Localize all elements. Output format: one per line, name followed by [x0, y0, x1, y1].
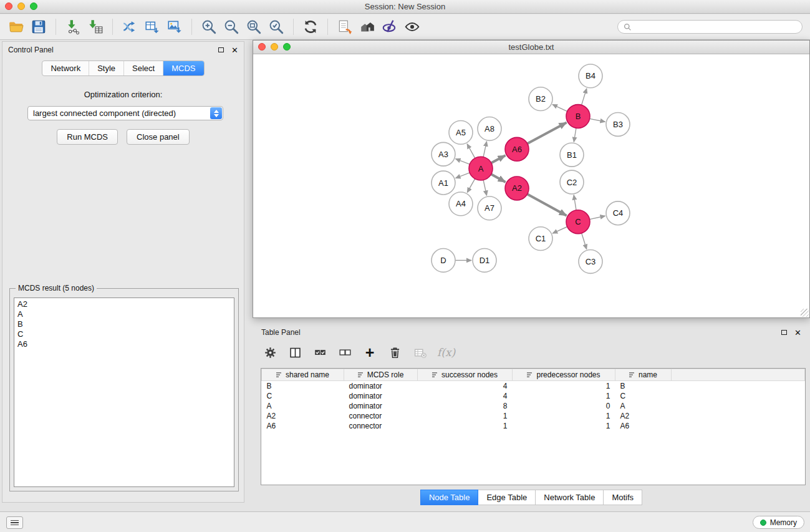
graph-node-B2[interactable]: B2 [529, 87, 552, 111]
table-row[interactable]: Cdominator41C [262, 391, 805, 401]
column-header-predecessor-nodes[interactable]: predecessor nodes [513, 369, 615, 381]
style-eye-button[interactable] [378, 16, 401, 37]
graph-node-A1[interactable]: A1 [432, 171, 455, 195]
graph-node-A2[interactable]: A2 [505, 177, 529, 200]
table-cell[interactable]: connector [344, 421, 418, 431]
tab-mcds[interactable]: MCDS [163, 61, 203, 75]
graph-node-D[interactable]: D [432, 249, 455, 273]
graph-node-B[interactable]: B [566, 105, 590, 128]
dropdown-stepper-icon[interactable] [210, 107, 222, 119]
graph-edge-B-B3[interactable] [590, 118, 605, 122]
graph-edge-A-A4[interactable] [467, 179, 475, 193]
search-box[interactable] [617, 20, 803, 34]
table-cell[interactable]: C [615, 391, 672, 401]
mcds-result-item[interactable]: A6 [17, 339, 231, 349]
table-row[interactable]: Adominator80A [262, 401, 805, 411]
minimize-window-button[interactable] [17, 2, 25, 10]
table-cell[interactable]: dominator [344, 391, 418, 401]
zoom-fit-button[interactable] [243, 16, 265, 37]
column-header-mcds-role[interactable]: MCDS role [344, 369, 418, 381]
criterion-dropdown[interactable]: largest connected component (directed) [27, 106, 223, 120]
open-session-button[interactable] [5, 16, 27, 37]
tab-style[interactable]: Style [89, 61, 124, 75]
show-column-button[interactable] [287, 345, 302, 360]
deselect-all-columns-button[interactable] [337, 345, 352, 360]
table-cell[interactable]: B [262, 381, 344, 391]
table-cell[interactable]: 8 [418, 401, 513, 411]
refresh-button[interactable] [299, 16, 322, 37]
graph-edge-A-A5[interactable] [467, 144, 475, 158]
search-input[interactable] [635, 22, 796, 31]
graph-node-A6[interactable]: A6 [505, 137, 529, 161]
import-table-button[interactable] [84, 16, 107, 37]
graph-node-A4[interactable]: A4 [449, 192, 473, 216]
column-header-successor-nodes[interactable]: successor nodes [418, 369, 513, 381]
network-close-button[interactable] [258, 43, 266, 51]
zoom-out-button[interactable] [220, 16, 243, 37]
mcds-result-item[interactable]: A2 [17, 299, 231, 309]
graph-edge-C-C2[interactable] [574, 195, 576, 210]
select-all-columns-button[interactable] [312, 345, 327, 360]
panel-menu-button[interactable] [6, 516, 23, 529]
graph-node-B3[interactable]: B3 [606, 113, 630, 137]
graph-node-A5[interactable]: A5 [449, 120, 473, 144]
graph-node-C4[interactable]: C4 [606, 201, 630, 225]
graph-node-C3[interactable]: C3 [579, 250, 602, 274]
table-cell[interactable]: 1 [418, 411, 513, 421]
close-panel-icon[interactable]: ✕ [231, 46, 238, 54]
function-builder-button[interactable]: f(x) [437, 346, 455, 359]
export-table-button[interactable] [141, 16, 163, 37]
mcds-result-item[interactable]: B [17, 319, 231, 329]
graph-node-A[interactable]: A [469, 157, 493, 180]
network-minimize-button[interactable] [271, 43, 278, 51]
table-cell[interactable]: A [615, 401, 672, 411]
table-cell[interactable]: C [262, 391, 344, 401]
zoom-window-button[interactable] [30, 2, 37, 10]
table-cell[interactable]: 1 [418, 421, 513, 431]
tab-select[interactable]: Select [124, 61, 163, 75]
table-cell[interactable]: A2 [262, 411, 344, 421]
mcds-result-list[interactable]: A2ABCA6 [14, 297, 234, 487]
network-zoom-button[interactable] [283, 43, 291, 51]
graph-edge-C-C4[interactable] [590, 216, 605, 219]
table-cell[interactable]: B [615, 381, 672, 391]
mcds-result-item[interactable]: A [17, 309, 231, 319]
float-table-panel-icon[interactable] [781, 330, 787, 335]
float-panel-icon[interactable] [218, 47, 224, 52]
curved-document-button[interactable] [334, 16, 356, 37]
graph-edge-A-A7[interactable] [483, 180, 486, 196]
save-session-button[interactable] [27, 16, 50, 37]
graph-edge-B-B4[interactable] [582, 89, 587, 105]
zoom-in-button[interactable] [198, 16, 220, 37]
resize-grip[interactable] [801, 309, 809, 317]
table-settings-button[interactable] [263, 345, 277, 360]
show-details-button[interactable] [401, 16, 423, 37]
delete-table-button[interactable] [412, 345, 427, 360]
table-cell[interactable]: 0 [513, 401, 615, 411]
graph-edge-B-B1[interactable] [574, 128, 576, 142]
graph-node-C1[interactable]: C1 [529, 227, 552, 251]
create-column-button[interactable]: + [362, 345, 377, 360]
memory-button[interactable]: Memory [753, 516, 804, 529]
tab-network[interactable]: Network [42, 61, 89, 75]
graph-node-B4[interactable]: B4 [579, 64, 602, 88]
graph-edge-A6-B[interactable] [528, 122, 567, 143]
graph-edge-C-C1[interactable] [552, 226, 567, 233]
zoom-selected-button[interactable] [265, 16, 287, 37]
table-cell[interactable]: A6 [262, 421, 344, 431]
graph-node-A7[interactable]: A7 [478, 196, 501, 220]
graph-edge-A-A2[interactable] [491, 174, 506, 182]
network-canvas[interactable]: B4B2BB3A5A8A6B1A3AC2A1A2A4A7C4CC1C3DD1 [253, 55, 809, 317]
table-cell[interactable]: A2 [615, 411, 672, 421]
column-header-shared-name[interactable]: shared name [262, 369, 344, 381]
graph-edge-C-C3[interactable] [582, 233, 587, 249]
graph-edge-A-A3[interactable] [456, 159, 470, 165]
tab-network-table[interactable]: Network Table [536, 490, 604, 505]
table-cell[interactable]: A6 [615, 421, 672, 431]
graph-node-C[interactable]: C [566, 210, 590, 234]
tab-motifs[interactable]: Motifs [604, 490, 642, 505]
graph-edge-A-A1[interactable] [456, 173, 470, 178]
graph-node-B1[interactable]: B1 [560, 143, 584, 167]
mcds-result-item[interactable]: C [17, 329, 231, 339]
table-cell[interactable]: 1 [513, 411, 615, 421]
